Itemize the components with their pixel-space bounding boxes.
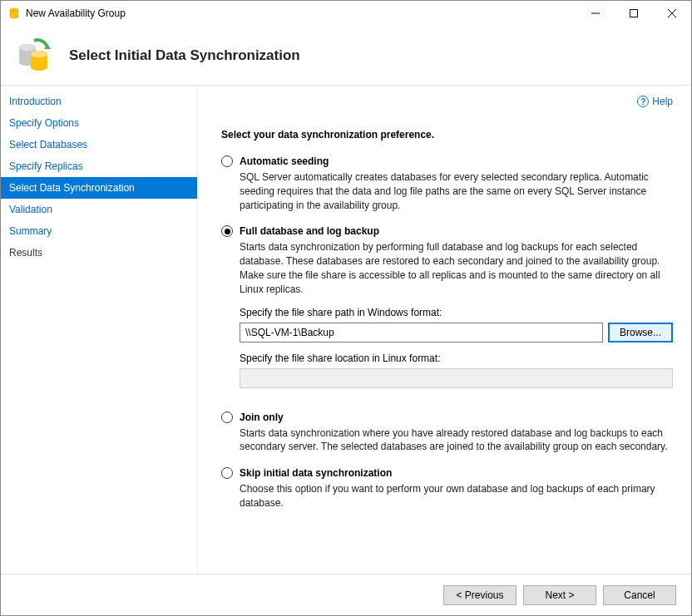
option-automatic-seeding: Automatic seeding SQL Server automatical… [221,155,673,212]
help-row: ? Help [221,96,673,107]
wizard-body: Introduction Specify Options Select Data… [1,86,691,574]
option-header-automatic[interactable]: Automatic seeding [221,155,673,167]
label-skip-sync: Skip initial data synchronization [240,467,392,479]
windows-path-label: Specify the file share path in Windows f… [240,307,673,318]
help-label: Help [652,96,673,107]
sidebar-item-introduction[interactable]: Introduction [1,91,197,112]
help-link[interactable]: ? Help [637,96,673,107]
windows-path-input[interactable] [240,323,603,342]
sidebar-item-validation[interactable]: Validation [1,199,197,220]
wizard-steps-sidebar: Introduction Specify Options Select Data… [1,86,198,574]
radio-join-only[interactable] [221,411,233,423]
linux-path-row [240,368,673,388]
option-header-full[interactable]: Full database and log backup [221,225,673,237]
minimize-button[interactable] [576,1,615,26]
app-icon [7,7,21,20]
maximize-button[interactable] [615,1,653,26]
sidebar-item-specify-replicas[interactable]: Specify Replicas [1,155,197,177]
cancel-button[interactable]: Cancel [603,585,676,605]
wizard-footer: < Previous Next > Cancel [1,574,691,615]
option-join-only: Join only Starts data synchronization wh… [221,411,673,455]
desc-automatic-seeding: SQL Server automatically creates databas… [240,170,673,212]
linux-path-label: Specify the file share location in Linux… [240,352,673,364]
desc-join-only: Starts data synchronization where you ha… [240,426,673,455]
desc-skip-sync: Choose this option if you want to perfor… [240,482,673,510]
desc-full-backup: Starts data synchronization by performin… [240,240,673,296]
previous-button[interactable]: < Previous [443,585,517,605]
option-header-join[interactable]: Join only [221,411,673,423]
radio-automatic-seeding[interactable] [221,155,233,167]
option-header-skip[interactable]: Skip initial data synchronization [221,467,673,479]
wizard-header: Select Initial Data Synchronization [1,26,691,86]
page-title: Select Initial Data Synchronization [69,47,300,64]
browse-button[interactable]: Browse... [608,323,673,342]
wizard-window: New Availability Group [0,0,692,616]
label-automatic-seeding: Automatic seeding [240,155,329,167]
sidebar-item-select-databases[interactable]: Select Databases [1,134,197,155]
help-icon: ? [637,96,649,107]
sidebar-item-summary[interactable]: Summary [1,220,197,242]
sidebar-item-select-data-synchronization[interactable]: Select Data Synchronization [1,177,197,199]
sidebar-item-specify-options[interactable]: Specify Options [1,112,197,134]
windows-path-row: Browse... [240,323,673,342]
linux-path-input [240,368,673,388]
option-full-backup: Full database and log backup Starts data… [221,225,673,397]
next-button[interactable]: Next > [523,585,596,605]
svg-point-9 [31,51,47,57]
label-full-backup: Full database and log backup [240,225,379,237]
wizard-content: ? Help Select your data synchronization … [198,86,691,574]
sync-preference-prompt: Select your data synchronization prefere… [221,129,673,140]
svg-rect-3 [630,10,638,17]
window-title: New Availability Group [26,7,576,19]
database-sync-icon [14,36,54,76]
svg-point-7 [19,44,36,51]
option-skip-sync: Skip initial data synchronization Choose… [221,467,673,510]
label-join-only: Join only [240,411,284,423]
sidebar-item-results[interactable]: Results [1,242,197,264]
window-controls [576,1,691,26]
close-button[interactable] [653,1,691,26]
radio-skip-sync[interactable] [221,467,233,479]
titlebar: New Availability Group [1,1,691,26]
radio-full-backup[interactable] [221,225,233,237]
